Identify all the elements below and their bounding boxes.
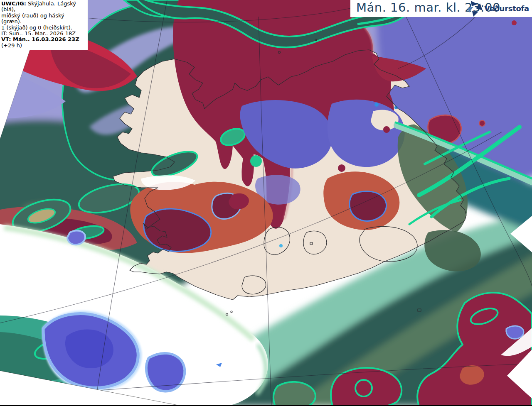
legend-line-5: VT: Mán.. 16.03.2026 23Z (+29 h) [1, 37, 86, 49]
legend-box: UWC/IG: Skýjahula. Lágský (blá), miðský … [0, 0, 88, 50]
vedurstofa-logo-icon [466, 0, 484, 17]
legend-line-2: miðský (rauð) og háský (græn). [1, 13, 86, 25]
legend-line-3: 1 (skýjað) og 0 (heiðskírt). [1, 25, 86, 31]
legend-line-4: IT: Sun.. 15. Mar.. 2026 18Z [1, 31, 86, 37]
weather-map [0, 0, 532, 406]
weather-map-screenshot: UWC/IG: Skýjahula. Lágský (blá), miðský … [0, 0, 532, 406]
datetime-box: Mán. 16. mar. kl. 23:00 Veðurstofa Íslan… [350, 0, 532, 17]
legend-line-1: UWC/IG: Skýjahula. Lágský (blá), [1, 1, 86, 13]
brand: Veðurstofa Íslands [466, 0, 532, 17]
brand-label: Veðurstofa Íslands [484, 4, 532, 13]
legend-prefix: UWC/IG: [1, 0, 26, 7]
